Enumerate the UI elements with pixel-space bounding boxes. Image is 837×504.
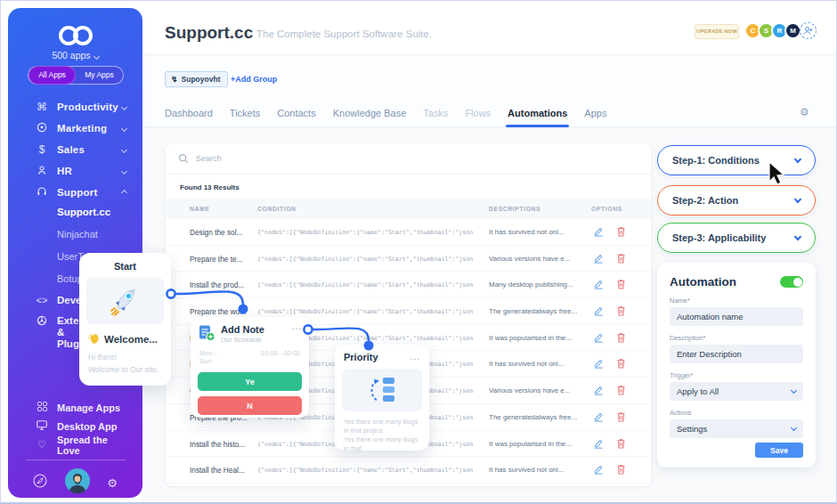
step-3-applicability-dropdown[interactable]: Step-3: Applicability: [657, 223, 816, 253]
step-1-conditions-dropdown[interactable]: Step-1: Conditions: [657, 145, 816, 175]
automation-description-field[interactable]: [670, 345, 803, 363]
row-options: [593, 438, 626, 449]
delete-trash-icon[interactable]: [616, 332, 626, 343]
priority-title: Priority: [344, 352, 378, 362]
sidebar-item-label: Marketing: [57, 123, 107, 134]
chevron-down-icon: [794, 155, 801, 162]
tab-apps[interactable]: Apps: [584, 108, 606, 127]
tab-flows[interactable]: Flows: [465, 108, 491, 127]
delete-trash-icon[interactable]: [616, 279, 626, 289]
delete-trash-icon[interactable]: [616, 385, 626, 395]
edit-pencil-icon[interactable]: [593, 411, 604, 422]
group-chip[interactable]: ↯ Supoyovht: [165, 71, 228, 87]
sidebar-item-hr[interactable]: HR: [8, 160, 142, 182]
sidebar-item-desktop-app[interactable]: Desktop App: [8, 417, 142, 435]
no-button[interactable]: N: [198, 396, 302, 415]
sidebar-item-ninjachat[interactable]: Ninjachat: [57, 223, 110, 245]
delete-trash-icon[interactable]: [616, 358, 626, 369]
chevron-down-icon: [121, 146, 127, 152]
automation-enabled-toggle[interactable]: [780, 276, 803, 288]
tab-knowledge-base[interactable]: Knowledge Base: [333, 108, 407, 127]
sidebar-item-label: Sales: [57, 144, 85, 155]
edit-pencil-icon[interactable]: [593, 253, 604, 264]
welcome-line2: Welcome to Our site.: [88, 363, 171, 376]
all-apps-toggle[interactable]: All Apps: [28, 66, 76, 85]
delete-trash-icon[interactable]: [616, 253, 626, 264]
flow-add-note-card[interactable]: Add Note Our Schedule ... Mon - Sun 01:0…: [191, 317, 309, 418]
row-condition: {"nodes":[{"NodeDefinition":{"name":"Sta…: [257, 467, 484, 474]
sidebar-item-label: HR: [57, 166, 72, 176]
sidebar-item-supportcc[interactable]: Support.cc: [57, 200, 110, 223]
group-chip-label: Supoyovht: [182, 75, 221, 84]
row-options: [593, 464, 626, 475]
delete-trash-icon[interactable]: [616, 464, 626, 475]
user-avatar[interactable]: [65, 468, 90, 497]
tab-settings-gear-icon[interactable]: ⚙: [800, 106, 809, 118]
table-row: Install the Heal... {"nodes":[{"NodeDefi…: [166, 457, 651, 484]
edit-pencil-icon[interactable]: [593, 226, 604, 237]
row-options: [593, 411, 626, 422]
delete-trash-icon[interactable]: [616, 411, 626, 422]
schedule-time: 01:00 - 00:00: [261, 349, 300, 365]
chevron-down-icon: [93, 53, 100, 60]
my-apps-toggle[interactable]: My Apps: [76, 66, 123, 85]
delete-trash-icon[interactable]: [616, 305, 626, 316]
sidebar-item-marketing[interactable]: Marketing: [8, 118, 142, 139]
delete-trash-icon[interactable]: [616, 226, 626, 237]
dollar-icon: $: [35, 143, 49, 156]
add-group-link[interactable]: +Add Group: [231, 75, 277, 84]
row-description: The generatedalways free...: [489, 413, 585, 421]
edit-pencil-icon[interactable]: [593, 438, 604, 449]
apps-count-dropdown[interactable]: 500 apps: [8, 50, 142, 61]
card-menu-dots[interactable]: ...: [292, 324, 302, 329]
trigger-select[interactable]: Apply to All: [670, 382, 803, 401]
code-icon: <>: [35, 295, 49, 306]
row-name: Install the prod...: [190, 280, 256, 289]
grid-icon: [35, 402, 49, 413]
save-button[interactable]: Save: [755, 443, 803, 458]
rocket-iconbox: [86, 278, 164, 324]
add-user-button[interactable]: [800, 22, 817, 39]
edit-pencil-icon[interactable]: [593, 279, 604, 289]
step-label: Step-3: Applicability: [672, 232, 766, 243]
row-name: Prepare the wo...: [190, 307, 256, 316]
edit-pencil-icon[interactable]: [593, 358, 604, 369]
delete-trash-icon[interactable]: [616, 438, 626, 449]
edit-pencil-icon[interactable]: [593, 305, 604, 316]
settings-gear-icon[interactable]: ⚙: [107, 476, 118, 490]
flow-priority-card[interactable]: Priority ... Yes there one many Bugs in …: [335, 345, 429, 451]
trigger-label: Trigger*: [670, 371, 803, 379]
yes-button[interactable]: Ye: [198, 372, 302, 391]
trigger-value: Apply to All: [677, 386, 719, 396]
chevron-down-icon: [791, 387, 797, 394]
table-header: NAME CONDITION DESCRIPTIONS OPTIONS: [166, 199, 651, 219]
row-description: Various versions have e...: [489, 386, 585, 394]
app-window: 500 apps All Apps My Apps ⌘ Productivity…: [0, 0, 837, 504]
wheel-icon: [35, 315, 49, 350]
edit-pencil-icon[interactable]: [593, 332, 604, 343]
search-input[interactable]: [196, 154, 463, 163]
tab-tasks[interactable]: Tasks: [423, 108, 448, 127]
sidebar-item-manage-apps[interactable]: Manage Apps: [8, 398, 142, 417]
page-header: Support.cc The Complete Support Software…: [142, 1, 837, 55]
step-2-action-dropdown[interactable]: Step-2: Action: [657, 185, 816, 215]
automation-name-field[interactable]: [670, 307, 803, 326]
table-row: Prepare the te... {"nodes":[{"NodeDefini…: [166, 246, 651, 272]
sidebar-item-sales[interactable]: $ Sales: [8, 139, 142, 160]
sidebar-item-spread-love[interactable]: ♡ Spread the Love: [8, 435, 142, 454]
tab-dashboard[interactable]: Dashboard: [165, 108, 213, 127]
sidebar-item-productivity[interactable]: ⌘ Productivity: [8, 96, 142, 118]
tab-tickets[interactable]: Tickets: [230, 108, 260, 127]
edit-pencil-icon[interactable]: [593, 385, 604, 395]
card-menu-dots[interactable]: ...: [410, 354, 420, 360]
tab-automations[interactable]: Automations: [508, 108, 567, 127]
flow-start-card[interactable]: Start Welcome... Hi there! Welcome to Ou…: [79, 253, 171, 386]
actions-select[interactable]: Settings: [670, 419, 803, 438]
tab-contacts[interactable]: Contacts: [277, 108, 315, 127]
column-header-options: OPTIONS: [591, 206, 622, 212]
edit-pencil-icon[interactable]: [593, 464, 604, 475]
quill-icon[interactable]: [33, 474, 47, 492]
add-note-icon: [198, 324, 215, 342]
upgrade-now-button[interactable]: UPGRADE NOW: [695, 24, 739, 39]
row-name: Design the sol...: [190, 228, 256, 237]
